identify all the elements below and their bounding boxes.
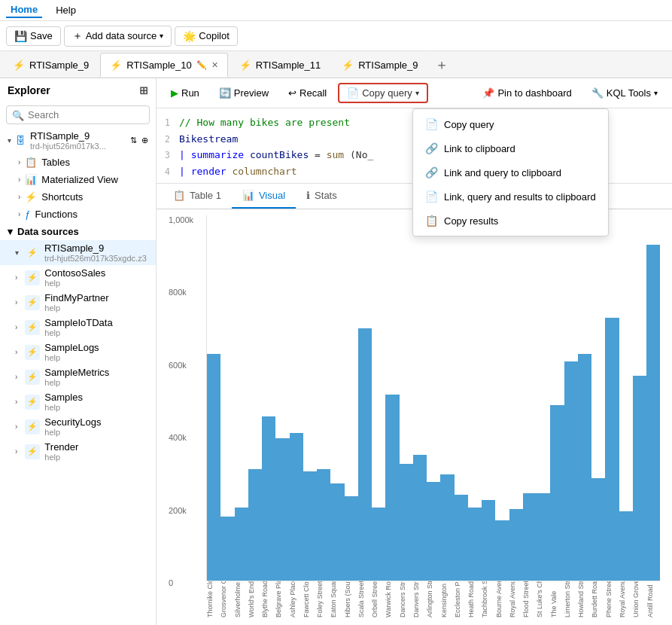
chart-bar — [220, 517, 234, 581]
tab-RTISample_9_2[interactable]: ⚡ RTISample_9 — [332, 53, 427, 77]
menu-bar: Home Help — [0, 0, 672, 21]
toolbar: 💾 Save ＋ Add data source ▾ 🌟 Copilot — [0, 21, 672, 51]
chart-x-label: Orbell Street — [371, 581, 385, 619]
menu-home[interactable]: Home — [6, 2, 42, 18]
datasources-header[interactable]: ▾ Data sources — [0, 223, 156, 240]
sidebar-item-tables[interactable]: › 📋 Tables — [0, 154, 156, 171]
datasource-item-findmypartner[interactable]: › ⚡ FindMyPartner help — [0, 290, 156, 315]
chart-bar — [523, 493, 537, 581]
preview-button[interactable]: 🔄 Preview — [211, 84, 277, 102]
sidebar-item-rtisample9[interactable]: ▾ 🗄 RTISample_9 trd-hjut526m017k3... ⇅ ⊕ — [0, 127, 156, 154]
chart-bar — [345, 496, 358, 581]
chevron-right-icon: › — [18, 158, 20, 166]
chart-bar — [591, 478, 605, 581]
sort-icon[interactable]: ⇅ — [130, 136, 137, 145]
chart-x-label: Howland Street — [577, 581, 591, 619]
table-icon: 📋 — [425, 215, 438, 227]
view-icon: 📊 — [25, 174, 37, 185]
datasource-item-securitylogs[interactable]: › ⚡ SecurityLogs help — [0, 414, 156, 439]
chart-x-label: Thornike Close — [206, 581, 220, 619]
chart-x-label: Silverholme Road — [234, 581, 248, 619]
chart-x-label: The Vale — [550, 581, 564, 619]
add-sub-icon[interactable]: ⊕ — [141, 136, 148, 145]
sidebar-item-materialized-view[interactable]: › 📊 Materialized View — [0, 171, 156, 188]
shortcuts-icon: ⚡ — [25, 191, 37, 203]
chart-bar — [413, 455, 427, 581]
chart-bar — [564, 361, 578, 581]
chart-bar — [207, 354, 220, 581]
edit-icon[interactable]: ✏️ — [196, 60, 207, 70]
chart-bar — [385, 395, 399, 581]
results-tab-visual[interactable]: 📊 Visual — [232, 184, 296, 209]
save-button[interactable]: 💾 Save — [6, 26, 61, 46]
sidebar-expand-icon[interactable]: ⊞ — [139, 84, 148, 96]
chart-y-labels: 1,000k 800k 600k 400k 200k 0 — [169, 215, 193, 587]
dropdown-link-clipboard[interactable]: 🔗 Link to clipboard — [413, 136, 608, 160]
chart-x-label: Antill Road — [646, 581, 660, 619]
preview-icon: 🔄 — [219, 87, 231, 99]
datasource-item-rtisample9[interactable]: ▾ ⚡ RTISample_9 trd-hjut526m017k35xgdc.z… — [0, 240, 156, 265]
sidebar-item-shortcuts[interactable]: › ⚡ Shortcuts — [0, 188, 156, 206]
db-icon: ⚡ — [25, 395, 40, 410]
chart-bar — [578, 354, 591, 581]
datasource-item-samplemetrics[interactable]: › ⚡ SampleMetrics help — [0, 364, 156, 389]
db-icon: ⚡ — [25, 345, 40, 360]
chart-container — [206, 215, 660, 581]
sidebar: Explorer ⊞ 🔍 ▾ 🗄 RTISample_9 trd-hjut526… — [0, 78, 157, 625]
results-tab-table1[interactable]: 📋 Table 1 — [163, 184, 232, 209]
save-icon: 💾 — [14, 30, 27, 42]
copilot-button[interactable]: 🌟 Copilot — [175, 26, 237, 46]
chart-bar — [275, 438, 289, 581]
chart-bar — [248, 469, 262, 581]
copy-icon: 📄 — [425, 118, 438, 130]
menu-help[interactable]: Help — [51, 3, 81, 17]
tab-RTISample_9_1[interactable]: ⚡ RTISample_9 — [3, 53, 99, 77]
db-icon: ⚡ — [25, 295, 40, 310]
editor-toolbar: ▶ Run 🔄 Preview ↩ Recall 📄 Copy query ▾ … — [157, 78, 672, 108]
chevron-down-icon: ▾ — [654, 89, 658, 97]
datasources-list: › ⚡ ContosoSales help › ⚡ FindMyPartner … — [0, 265, 156, 464]
chart-icon: 📊 — [242, 190, 254, 201]
datasource-item-contososales[interactable]: › ⚡ ContosoSales help — [0, 265, 156, 290]
chevron-right-icon: › — [15, 298, 17, 306]
datasource-item-sampleiotdata[interactable]: › ⚡ SampleIoTData help — [0, 315, 156, 340]
results-tab-stats[interactable]: ℹ Stats — [296, 184, 348, 209]
run-button[interactable]: ▶ Run — [163, 84, 208, 102]
chart-bar — [509, 509, 523, 581]
add-datasource-button[interactable]: ＋ Add data source ▾ — [64, 26, 172, 47]
db-icon: ⚡ — [25, 320, 40, 335]
close-tab-icon[interactable]: ✕ — [211, 60, 218, 70]
tab-icon: ⚡ — [13, 59, 25, 71]
chart-bar — [440, 474, 454, 581]
tab-RTISample_11[interactable]: ⚡ RTISample_11 — [230, 53, 330, 77]
datasource-item-trender[interactable]: › ⚡ Trender help — [0, 439, 156, 464]
copy-query-button[interactable]: 📄 Copy query ▾ — [338, 83, 427, 103]
sidebar-item-functions[interactable]: › ƒ Functions — [0, 206, 156, 223]
recall-button[interactable]: ↩ Recall — [280, 84, 335, 102]
content-area: ▶ Run 🔄 Preview ↩ Recall 📄 Copy query ▾ … — [157, 78, 672, 625]
chart-x-label: World's End Place — [248, 581, 261, 619]
datasource-item-samplelogs[interactable]: › ⚡ SampleLogs help — [0, 340, 156, 364]
dropdown-copy-query[interactable]: 📄 Copy query — [413, 112, 608, 136]
chart-bar — [400, 464, 413, 581]
chart-x-label: Eccleston Place — [454, 581, 467, 619]
chart-x-label: Dancers Street — [399, 581, 412, 619]
chart-bar — [482, 500, 495, 581]
db-icon: ⚡ — [25, 270, 40, 285]
add-tab-button[interactable]: ＋ — [429, 53, 455, 77]
chart-x-label: Phene Street — [605, 581, 619, 619]
dropdown-link-query-clipboard[interactable]: 🔗 Link and query to clipboard — [413, 160, 608, 184]
chart-bar — [619, 511, 633, 581]
kql-tools-button[interactable]: 🔧 KQL Tools ▾ — [583, 84, 666, 102]
datasource-item-samples[interactable]: › ⚡ Samples help — [0, 389, 156, 414]
dropdown-link-query-results-clipboard[interactable]: 📄 Link, query and results to clipboard — [413, 184, 608, 209]
search-input[interactable] — [6, 105, 150, 124]
tab-RTISample_10[interactable]: ⚡ RTISample_10 ✏️ ✕ — [100, 53, 227, 77]
chart-x-labels: Thornike CloseGrosvenor CrescentSilverho… — [206, 581, 660, 619]
pin-dashboard-button[interactable]: 📌 Pin to dashboard — [474, 84, 579, 102]
chart-x-label: Heath Road — [467, 581, 481, 619]
chevron-right-icon: › — [18, 210, 20, 218]
dropdown-copy-results[interactable]: 📋 Copy results — [413, 209, 608, 233]
run-icon: ▶ — [171, 87, 178, 99]
chart-x-label: Danvers Street — [412, 581, 426, 619]
